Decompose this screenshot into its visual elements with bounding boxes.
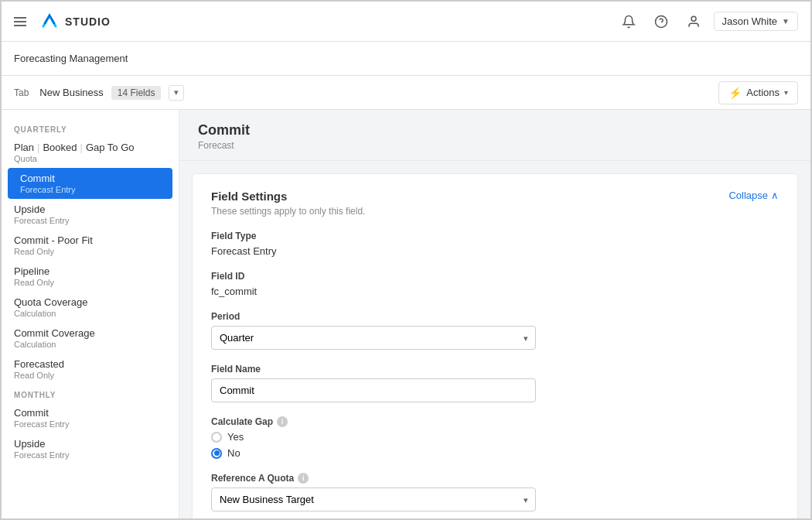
field-id-label: Field ID: [211, 271, 779, 282]
content-title: Commit: [198, 122, 792, 139]
calculate-gap-group: Calculate Gap i Yes No: [211, 416, 779, 459]
sidebar-item-plan[interactable]: Plan | Booked | Gap To Go Quota: [2, 137, 179, 168]
actions-label: Actions: [746, 87, 780, 98]
field-type-group: Field Type Forecast Entry: [211, 231, 779, 257]
upside-quarterly-sub: Forecast Entry: [14, 216, 166, 225]
sidebar-item-forecasted[interactable]: Forecasted Read Only: [2, 354, 179, 385]
top-navigation: STUDIO Jason White ▼: [2, 2, 810, 42]
actions-lightning-icon: ⚡: [728, 87, 742, 99]
commit-quarterly-sub: Forecast Entry: [20, 185, 160, 194]
commit-quarterly-name: Commit: [20, 173, 160, 184]
field-id-value: fc_commit: [211, 286, 779, 297]
reference-quota-label: Reference A Quota i: [211, 473, 779, 484]
quota-coverage-sub: Calculation: [14, 309, 166, 318]
user-menu[interactable]: Jason White ▼: [714, 12, 798, 31]
nav-icons: [618, 11, 705, 32]
field-settings-desc: These settings apply to only this field.: [211, 206, 779, 217]
commit-coverage-name: Commit Coverage: [14, 327, 166, 339]
content-subtitle: Forecast: [198, 140, 792, 151]
actions-button[interactable]: ⚡ Actions ▾: [718, 81, 798, 104]
sidebar-item-quota-coverage[interactable]: Quota Coverage Calculation: [2, 292, 179, 323]
period-select[interactable]: Quarter Month: [211, 326, 536, 350]
reference-quota-group: Reference A Quota i New Business Target …: [211, 473, 779, 511]
field-name-input[interactable]: [211, 378, 536, 402]
sidebar-item-commit-quarterly[interactable]: Commit Forecast Entry: [8, 168, 172, 199]
period-group: Period Quarter Month ▾: [211, 311, 779, 350]
sub-navigation: Forecasting Management: [2, 42, 810, 76]
calculate-gap-label: Calculate Gap i: [211, 416, 779, 427]
commit-monthly-name: Commit: [14, 407, 166, 419]
collapse-chevron-icon: ∧: [771, 190, 779, 201]
calculate-gap-yes[interactable]: Yes: [211, 431, 779, 443]
logo-area: STUDIO: [39, 11, 111, 32]
calculate-gap-no[interactable]: No: [211, 447, 779, 459]
field-id-group: Field ID fc_commit: [211, 271, 779, 297]
calculate-gap-no-radio: [211, 448, 222, 459]
tab-name: New Business: [39, 87, 103, 98]
upside-monthly-sub: Forecast Entry: [14, 450, 166, 460]
field-count-badge: 14 Fields: [111, 86, 162, 100]
tab-bar: Tab New Business 14 Fields ▾ ⚡ Actions ▾: [2, 76, 810, 110]
content-header: Commit Forecast: [179, 110, 810, 161]
studio-label: STUDIO: [65, 15, 111, 28]
actions-chevron-icon: ▾: [784, 88, 788, 97]
sidebar: QUARTERLY Plan | Booked | Gap To Go Quot…: [2, 110, 179, 518]
user-chevron-icon: ▼: [782, 17, 790, 26]
logo-icon: [39, 11, 60, 32]
commit-monthly-sub: Forecast Entry: [14, 419, 166, 429]
tab-label: Tab: [14, 87, 29, 98]
sidebar-item-commit-coverage[interactable]: Commit Coverage Calculation: [2, 323, 179, 354]
collapse-label: Collapse: [728, 190, 768, 201]
calculate-gap-yes-radio: [211, 432, 222, 443]
help-icon[interactable]: [650, 11, 672, 32]
period-select-wrapper: Quarter Month ▾: [211, 326, 536, 350]
calculate-gap-radio-group: Yes No: [211, 431, 779, 459]
reference-quota-info-icon[interactable]: i: [298, 473, 309, 484]
plan-label: Plan: [14, 142, 34, 153]
field-type-value: Forecast Entry: [211, 245, 779, 257]
commit-poor-fit-name: Commit - Poor Fit: [14, 234, 166, 246]
breadcrumb: Forecasting Management: [14, 53, 128, 64]
svg-point-2: [691, 16, 696, 21]
sidebar-item-upside-quarterly[interactable]: Upside Forecast Entry: [2, 199, 179, 230]
upside-monthly-name: Upside: [14, 438, 166, 450]
sidebar-item-upside-monthly[interactable]: Upside Forecast Entry: [2, 433, 179, 464]
reference-quota-select-wrapper: New Business Target ▾: [211, 488, 536, 511]
gap-to-go-label: Gap To Go: [86, 142, 135, 153]
upside-quarterly-name: Upside: [14, 204, 166, 215]
pipeline-sub: Read Only: [14, 278, 166, 287]
reference-quota-select[interactable]: New Business Target: [211, 488, 536, 511]
user-icon[interactable]: [683, 11, 705, 32]
quota-coverage-name: Quota Coverage: [14, 296, 166, 308]
user-name: Jason White: [722, 15, 778, 27]
sidebar-item-commit-poor-fit[interactable]: Commit - Poor Fit Read Only: [2, 230, 179, 261]
calculate-gap-info-icon[interactable]: i: [277, 416, 288, 427]
content-area: Commit Forecast Field Settings Collapse …: [179, 110, 810, 518]
field-settings-title: Field Settings: [211, 190, 287, 203]
booked-label: Booked: [43, 142, 77, 153]
tab-chevron-button[interactable]: ▾: [169, 85, 184, 101]
field-settings-header: Field Settings Collapse ∧: [211, 190, 779, 203]
quarterly-section-label: QUARTERLY: [2, 119, 179, 137]
collapse-button[interactable]: Collapse ∧: [728, 190, 779, 201]
field-type-label: Field Type: [211, 231, 779, 241]
hamburger-button[interactable]: [14, 17, 26, 26]
notifications-icon[interactable]: [618, 11, 640, 32]
forecasted-name: Forecasted: [14, 358, 166, 370]
period-label: Period: [211, 311, 779, 322]
forecasted-sub: Read Only: [14, 371, 166, 380]
main-layout: QUARTERLY Plan | Booked | Gap To Go Quot…: [2, 110, 810, 518]
monthly-section-label: MONTHLY: [2, 385, 179, 402]
field-name-label: Field Name: [211, 364, 779, 375]
sidebar-item-pipeline[interactable]: Pipeline Read Only: [2, 261, 179, 292]
plan-sub: Quota: [14, 154, 166, 163]
sidebar-item-commit-monthly[interactable]: Commit Forecast Entry: [2, 402, 179, 433]
pipeline-name: Pipeline: [14, 265, 166, 277]
field-name-group: Field Name: [211, 364, 779, 402]
field-settings-card: Field Settings Collapse ∧ These settings…: [192, 173, 798, 518]
commit-coverage-sub: Calculation: [14, 340, 166, 349]
commit-poor-fit-sub: Read Only: [14, 247, 166, 256]
